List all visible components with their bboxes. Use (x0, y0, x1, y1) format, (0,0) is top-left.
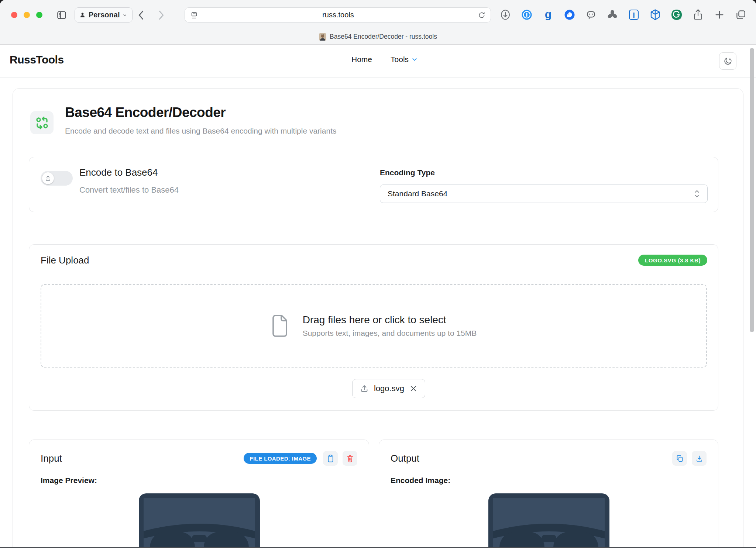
browser-toolbar: Personal russ.tools (0, 0, 756, 45)
page-title: Base64 Encoder/Decoder (65, 105, 226, 120)
download-output-button[interactable] (692, 451, 707, 466)
site-favicon (319, 33, 326, 41)
profile-button[interactable]: Personal (75, 7, 133, 23)
page-subtitle: Encode and decode text and files using B… (65, 127, 336, 135)
upload-icon (360, 384, 369, 393)
animal-extension-icon[interactable] (563, 8, 576, 21)
nav-home-label: Home (351, 55, 372, 64)
zoom-window-button[interactable] (36, 12, 42, 18)
dropzone-title: Drag files here or click to select (303, 314, 477, 326)
encoding-type-select[interactable]: Standard Base64 (380, 185, 708, 203)
instapaper-icon[interactable]: I (628, 8, 640, 21)
mode-title: Encode to Base64 (79, 167, 158, 178)
input-image-preview (139, 493, 260, 548)
mode-section: Encode to Base64 Convert text/files to B… (29, 157, 718, 212)
encoded-image-label: Encoded Image: (391, 476, 450, 485)
tab-title: Base64 Encoder/Decoder - russ.tools (330, 33, 437, 41)
file-loaded-badge: LOGO.SVG (3.8 KB) (638, 255, 707, 266)
tool-icon-tile (30, 111, 54, 134)
downloads-icon[interactable] (499, 8, 512, 21)
svg-text:I: I (633, 11, 635, 19)
paste-button[interactable] (323, 451, 338, 466)
url-text: russ.tools (198, 11, 478, 19)
screenshot-root: Personal russ.tools (0, 0, 756, 548)
uploaded-file-name: logo.svg (374, 384, 404, 393)
clear-input-button[interactable] (343, 451, 357, 466)
back-button[interactable] (135, 9, 147, 21)
svg-text:g: g (545, 9, 551, 20)
chevron-down-icon (412, 56, 417, 62)
main-nav: Home Tools (351, 55, 417, 64)
toggle-knob (42, 172, 54, 184)
file-upload-title: File Upload (41, 255, 89, 266)
onepassword-icon[interactable] (520, 8, 533, 21)
profile-label: Personal (89, 11, 120, 19)
extension-icons-row: g I (499, 8, 747, 21)
dropzone-subtitle: Supports text, images, and documents up … (303, 329, 477, 338)
mode-subtitle: Convert text/files to Base64 (79, 185, 179, 195)
brand-logo[interactable]: RussTools (10, 54, 64, 66)
mastodon-icon[interactable] (585, 8, 597, 21)
file-dropzone[interactable]: Drag files here or click to select Suppo… (41, 284, 707, 368)
input-panel: Input FILE LOADED: IMAGE Image Preview: (29, 440, 369, 548)
output-panel-header: Output (391, 451, 707, 466)
document-icon (271, 314, 289, 338)
cube-extension-icon[interactable] (649, 8, 662, 21)
new-tab-icon[interactable] (713, 8, 726, 21)
nav-tools-label: Tools (391, 55, 409, 64)
grammarly-icon[interactable] (670, 8, 683, 21)
copy-icon (676, 455, 684, 462)
site-header: RussTools Home Tools (0, 45, 756, 78)
page-format-icon[interactable] (190, 11, 198, 19)
copy-output-button[interactable] (672, 451, 687, 466)
remove-file-icon[interactable] (409, 385, 417, 393)
forward-button[interactable] (155, 9, 168, 21)
share-icon[interactable] (692, 8, 704, 21)
uploaded-file-chip[interactable]: logo.svg (352, 379, 425, 398)
input-title: Input (41, 453, 62, 464)
output-image-preview (488, 493, 609, 548)
encoding-type-label: Encoding Type (380, 168, 435, 177)
select-chevrons-icon (694, 189, 700, 199)
tab-overview-icon[interactable] (735, 8, 747, 21)
clipboard-icon (327, 454, 334, 463)
dark-mode-toggle-button[interactable] (719, 52, 736, 70)
chevron-down-icon (123, 13, 127, 17)
reload-icon[interactable] (478, 11, 485, 19)
g-extension-icon[interactable]: g (542, 8, 554, 21)
page-scrollbar-thumb[interactable] (750, 48, 754, 332)
nav-home[interactable]: Home (351, 55, 372, 64)
download-icon (695, 455, 703, 462)
output-title: Output (391, 453, 419, 464)
nav-tools[interactable]: Tools (391, 55, 417, 64)
input-panel-header: Input FILE LOADED: IMAGE (41, 451, 357, 466)
encoding-selected-value: Standard Base64 (388, 189, 447, 198)
encode-decode-toggle[interactable] (41, 171, 73, 186)
sidebar-toggle-icon[interactable] (56, 10, 67, 21)
image-preview-label: Image Preview: (41, 476, 97, 485)
minimize-window-button[interactable] (24, 12, 30, 18)
safari-window: Personal russ.tools (0, 0, 756, 548)
upload-icon (45, 175, 51, 182)
address-bar[interactable]: russ.tools (185, 7, 491, 23)
leaf-extension-icon[interactable] (606, 8, 619, 21)
trash-icon (346, 454, 354, 463)
active-tab[interactable]: Base64 Encoder/Decoder - russ.tools (0, 29, 756, 45)
base64-transform-icon (35, 116, 49, 130)
close-window-button[interactable] (11, 12, 17, 18)
moon-stars-icon (723, 56, 733, 66)
input-status-badge: FILE LOADED: IMAGE (244, 453, 317, 464)
tool-card: Base64 Encoder/Decoder Encode and decode… (13, 88, 743, 548)
file-upload-section: File Upload LOGO.SVG (3.8 KB) Drag files… (29, 244, 718, 411)
person-icon (79, 12, 86, 18)
output-panel: Output Encoded Image: (379, 440, 718, 548)
